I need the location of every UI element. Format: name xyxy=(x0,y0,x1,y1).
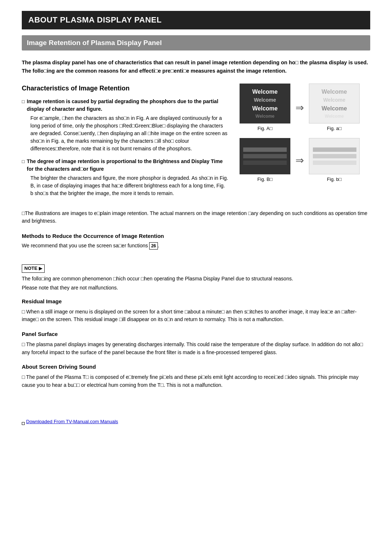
fig-small-a-box: Welcome Welcome Welcome Welcome Fig. a□ xyxy=(309,84,360,132)
bar-dark-2 xyxy=(243,154,287,158)
bullet-symbol-2: □ xyxy=(22,158,25,197)
bullet1-indent: For e□ample, □hen the characters as sho□… xyxy=(30,114,229,153)
page-num-badge: 26 xyxy=(149,242,158,250)
bullet-1: □ Image retention is caused by partial d… xyxy=(22,98,229,153)
fig-a-image: Welcome Welcome Welcome Welcome xyxy=(240,84,290,123)
panel-surface-title: Panel Surface xyxy=(22,330,370,338)
residual-image-section: Residual Image □ When a still image or m… xyxy=(22,297,370,324)
note-text-2: Please note that they are not malfunctio… xyxy=(22,284,370,292)
note-text-1: The follo□ing are common phenomenon □hic… xyxy=(22,275,370,283)
characteristics-section: Characteristics of Image Retention □ Ima… xyxy=(22,84,370,202)
residual-image-text: □ When a still image or menu is displaye… xyxy=(22,308,370,324)
fig-small-a-label: Fig. a□ xyxy=(327,125,342,132)
fig-b-image xyxy=(240,138,290,174)
fig-a-box: Welcome Welcome Welcome Welcome Fig. A□ xyxy=(240,84,290,132)
bar-dark-3 xyxy=(243,161,287,165)
fig-small-b-image xyxy=(309,138,360,174)
footer-square-icon xyxy=(22,422,25,425)
panel-surface-section: Panel Surface □ The plasma panel display… xyxy=(22,330,370,356)
characteristics-text: Characteristics of Image Retention □ Ima… xyxy=(22,84,229,202)
panel-surface-text: □ The plasma panel displays images by ge… xyxy=(22,341,370,356)
methods-section: Methods to Reduce the Occurrence of Imag… xyxy=(22,232,370,250)
bar-light-1 xyxy=(313,147,356,152)
bullet-content-1: Image retention is caused by partial deg… xyxy=(27,98,229,153)
note-arrow-icon: ▶ xyxy=(39,266,42,272)
figures-panel: Welcome Welcome Welcome Welcome Fig. A□ … xyxy=(240,84,370,202)
figure-row-2: Fig. B□ ⇒ Fig. b□ xyxy=(240,138,370,183)
intro-text: The plasma display panel has one of char… xyxy=(22,58,370,75)
fig-small-a-image: Welcome Welcome Welcome Welcome xyxy=(309,84,360,123)
fig-b-box: Fig. B□ xyxy=(240,138,290,183)
fig-b-label: Fig. B□ xyxy=(257,176,273,183)
fig-small-b-label: Fig. b□ xyxy=(327,176,342,183)
bar-light-3 xyxy=(313,161,356,165)
bullet2-indent: The brighter the characters and figure, … xyxy=(30,174,229,197)
methods-text: We recommend that you use the screen sa□… xyxy=(22,242,370,250)
arrow-1: ⇒ xyxy=(295,101,304,115)
bar-light-2 xyxy=(313,154,356,158)
screen-driving-section: About Screen Driving Sound □ The panel o… xyxy=(22,363,370,389)
arrow-2: ⇒ xyxy=(295,153,304,167)
footnote: □The illustrations are images to e□plain… xyxy=(22,210,370,225)
methods-title: Methods to Reduce the Occurrence of Imag… xyxy=(22,232,370,240)
figure-row-1: Welcome Welcome Welcome Welcome Fig. A□ … xyxy=(240,84,370,132)
note-label: NOTE ▶ xyxy=(22,264,45,272)
characteristics-title: Characteristics of Image Retention xyxy=(22,84,229,93)
note-section: NOTE ▶ The follo□ing are common phenomen… xyxy=(22,264,370,291)
bullet-2: □ The degree of image retention is propo… xyxy=(22,158,229,197)
fig-small-b-box: Fig. b□ xyxy=(309,138,360,183)
residual-image-title: Residual Image xyxy=(22,297,370,305)
bullet-content-2: The degree of image retention is proport… xyxy=(27,158,229,197)
bar-dark-1 xyxy=(243,147,287,152)
screen-driving-text: □ The panel of the Plasma T□ is composed… xyxy=(22,373,370,389)
footer: Downloaded From TV-Manual.com Manuals xyxy=(22,404,370,425)
fig-a-label: Fig. A□ xyxy=(257,125,272,132)
bullet-symbol-1: □ xyxy=(22,98,25,153)
screen-driving-title: About Screen Driving Sound xyxy=(22,363,370,370)
footer-link[interactable]: Downloaded From TV-Manual.com Manuals xyxy=(26,418,118,425)
main-title: ABOUT PLASMA DISPLAY PANEL xyxy=(22,11,370,29)
section-title: Image Retention of Plasma Display Panel xyxy=(22,35,370,51)
